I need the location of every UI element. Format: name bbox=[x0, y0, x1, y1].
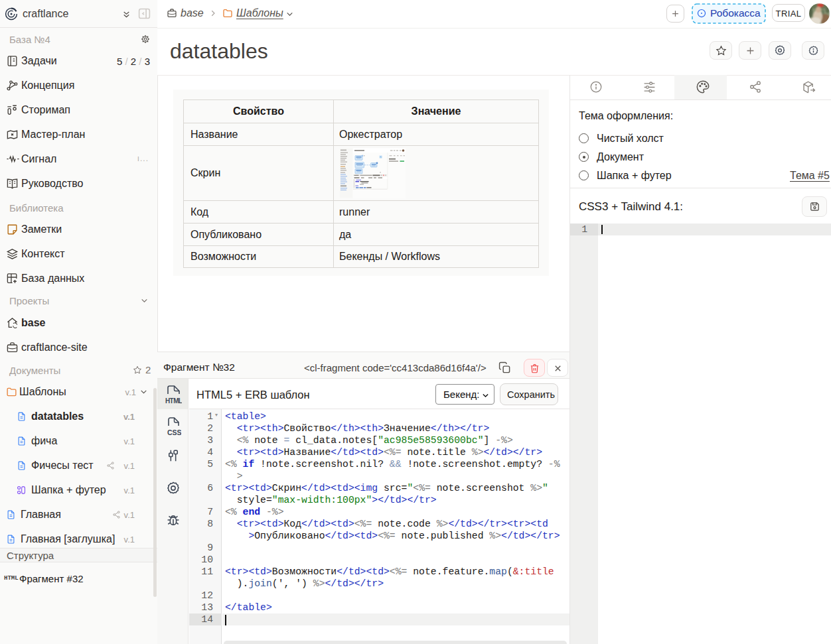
svg-text:HTML: HTML bbox=[165, 397, 182, 405]
svg-text:CSS: CSS bbox=[167, 428, 181, 436]
